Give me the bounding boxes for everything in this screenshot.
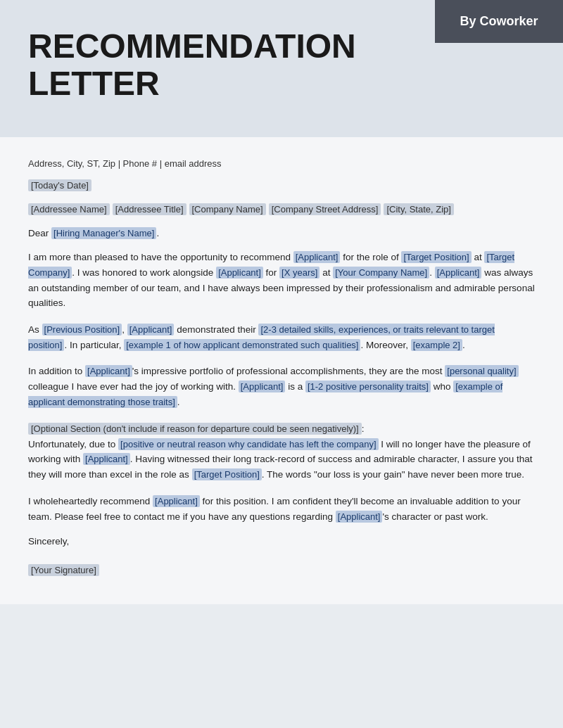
applicant-tag-6: [Applicant] bbox=[239, 381, 286, 392]
hiring-manager-tag: [Hiring Manager's Name] bbox=[51, 227, 156, 239]
your-signature-tag: [Your Signature] bbox=[28, 564, 99, 576]
applicant-tag-7: [Applicant] bbox=[83, 453, 130, 465]
x-years-tag: [X years] bbox=[279, 267, 320, 279]
signature-block: [Your Signature] bbox=[28, 563, 535, 576]
title-line1: RECOMMENDATION bbox=[28, 27, 356, 65]
contact-line: Address, City, ST, Zip | Phone # | email… bbox=[28, 158, 535, 169]
applicant-tag-3: [Applicant] bbox=[435, 267, 482, 279]
addressee-title-tag: [Addressee Title] bbox=[113, 203, 186, 215]
closing-paragraph: I wholeheartedly recommend [Applicant] f… bbox=[28, 494, 535, 525]
applicant-tag-5: [Applicant] bbox=[85, 365, 132, 377]
example2-tag: [example 2] bbox=[411, 339, 462, 351]
applicant-tag-8: [Applicant] bbox=[153, 495, 200, 507]
title-line2: LETTER bbox=[28, 65, 160, 102]
positive-reason-tag: [positive or neutral reason why candidat… bbox=[118, 438, 379, 450]
header-section: By Coworker RECOMMENDATION LETTER bbox=[0, 0, 563, 137]
company-name-tag: [Company Name] bbox=[189, 203, 266, 215]
your-company-name-tag: [Your Company Name] bbox=[333, 267, 429, 279]
previous-position-tag: [Previous Position] bbox=[42, 324, 122, 336]
city-state-zip-tag: [City, State, Zip] bbox=[384, 203, 454, 215]
content-area: Address, City, ST, Zip | Phone # | email… bbox=[0, 137, 563, 604]
by-coworker-badge: By Coworker bbox=[435, 0, 563, 43]
target-position-tag-2: [Target Position] bbox=[192, 468, 262, 480]
paragraph-2: As [Previous Position], [Applicant] demo… bbox=[28, 322, 535, 353]
main-title: RECOMMENDATION LETTER bbox=[28, 28, 436, 103]
today-date-tag: [Today's Date] bbox=[28, 179, 91, 191]
applicant-tag-2: [Applicant] bbox=[216, 267, 263, 279]
personal-quality-tag: [personal quality] bbox=[445, 365, 518, 377]
address-block: [Addressee Name] [Addressee Title] [Comp… bbox=[28, 203, 535, 217]
date-block: [Today's Date] bbox=[28, 179, 535, 191]
company-street-tag: [Company Street Address] bbox=[269, 203, 381, 215]
paragraph-3: In addition to [Applicant]'s impressive … bbox=[28, 364, 535, 409]
sincerely-line: Sincerely, bbox=[28, 536, 535, 547]
applicant-tag-4: [Applicant] bbox=[127, 324, 175, 336]
optional-section: [Optional Section (don't include if reas… bbox=[28, 421, 535, 483]
example1-tag: [example 1 of how applicant demonstrated… bbox=[124, 339, 360, 351]
dear-line: Dear [Hiring Manager's Name]. bbox=[28, 228, 535, 238]
personality-traits-tag: [1-2 positive personality traits] bbox=[305, 381, 431, 392]
applicant-tag-1: [Applicant] bbox=[293, 251, 341, 263]
optional-section-tag: [Optional Section (don't include if reas… bbox=[28, 423, 362, 435]
paragraph-1: I am more than pleased to have the oppor… bbox=[28, 250, 535, 311]
applicant-tag-9: [Applicant] bbox=[336, 511, 383, 523]
target-position-tag-1: [Target Position] bbox=[401, 251, 471, 263]
addressee-name-tag: [Addressee Name] bbox=[28, 203, 110, 215]
